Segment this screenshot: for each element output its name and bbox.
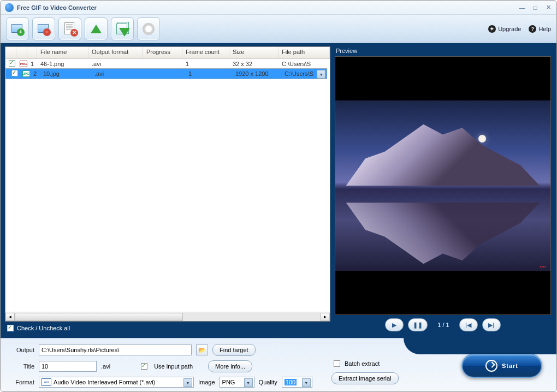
- col-format[interactable]: Output format: [88, 47, 143, 58]
- pause-button[interactable]: ❚❚: [408, 318, 428, 331]
- batch-extract-checkbox[interactable]: [334, 360, 340, 367]
- col-framecount[interactable]: Frame count: [182, 47, 229, 58]
- upgrade-link[interactable]: ✦Upgrade: [488, 25, 521, 33]
- upgrade-icon: ✦: [488, 25, 496, 33]
- start-button[interactable]: Start: [461, 354, 542, 378]
- table-row[interactable]: JPG 2 10.jpg .avi 1 1920 x 1200 C:\Users…: [5, 68, 327, 79]
- preview-pane: ▪▪▪▪: [335, 56, 551, 315]
- arrow-down-icon: [119, 28, 130, 37]
- quality-label: Quality: [259, 379, 277, 385]
- maximize-button[interactable]: □: [531, 4, 539, 11]
- move-up-button[interactable]: [85, 17, 108, 40]
- start-icon: [485, 360, 497, 372]
- output-path-input[interactable]: [39, 345, 192, 355]
- scroll-left-button[interactable]: ◄: [5, 313, 15, 321]
- format-select[interactable]: AVI Audio Video Interleaved Format (*.av…: [39, 377, 194, 388]
- minimize-button[interactable]: —: [518, 4, 526, 11]
- format-icon: AVI: [42, 378, 51, 386]
- file-type-icon: JPG: [22, 70, 30, 77]
- title-extension: .avi: [101, 363, 110, 370]
- preview-controls: ▶ ❚❚ 1 / 1 |◀ ▶|: [335, 315, 551, 335]
- toolbar: + − ✕ ✦Upgrade ?Help: [1, 15, 556, 43]
- title-label: Title: [8, 363, 34, 370]
- check-all-checkbox[interactable]: [7, 325, 14, 331]
- add-file-button[interactable]: +: [6, 17, 29, 40]
- batch-extract-label: Batch extract: [345, 360, 380, 367]
- settings-button[interactable]: [137, 17, 160, 40]
- next-frame-button[interactable]: ▶|: [482, 318, 501, 331]
- check-all-label: Check / Uncheck all: [17, 325, 70, 331]
- col-filename[interactable]: File name: [37, 47, 88, 58]
- frame-counter: 1 / 1: [432, 322, 454, 328]
- help-icon: ?: [529, 25, 536, 33]
- table-row[interactable]: PNG 1 46-1.png .avi 1 32 x 32 C:\Users\S: [5, 59, 330, 68]
- remove-file-button[interactable]: −: [32, 17, 55, 40]
- prev-frame-button[interactable]: |◀: [459, 318, 478, 331]
- watermark: ▪▪▪▪: [540, 264, 546, 269]
- close-button[interactable]: ✕: [544, 4, 552, 11]
- use-input-path-checkbox[interactable]: [141, 363, 147, 370]
- move-down-button[interactable]: [111, 17, 134, 40]
- file-list: File name Output format Progress Frame c…: [5, 46, 330, 322]
- browse-output-button[interactable]: 📂: [196, 345, 208, 355]
- col-size[interactable]: Size: [229, 47, 278, 58]
- horizontal-scrollbar[interactable]: ◄ ►: [5, 312, 330, 321]
- col-filepath[interactable]: File path: [278, 47, 330, 58]
- image-label: Image: [198, 379, 215, 385]
- scroll-right-button[interactable]: ►: [321, 313, 330, 321]
- app-title: Free GIF to Video Converter: [17, 4, 518, 11]
- arrow-up-icon: [91, 25, 102, 33]
- col-progress[interactable]: Progress: [143, 47, 182, 58]
- use-input-path-label: Use input path: [154, 363, 193, 370]
- preview-label: Preview: [335, 46, 551, 56]
- extract-serial-button[interactable]: Extract image serial: [331, 372, 399, 384]
- output-label: Output: [8, 347, 34, 353]
- app-icon: [5, 3, 14, 12]
- more-info-button[interactable]: More info...: [208, 360, 252, 372]
- gear-icon: [143, 23, 155, 35]
- row-checkbox[interactable]: [11, 70, 18, 76]
- image-format-select[interactable]: PNG: [220, 377, 254, 388]
- title-bar: Free GIF to Video Converter — □ ✕: [1, 1, 556, 15]
- scroll-thumb[interactable]: [15, 313, 183, 321]
- title-input[interactable]: [39, 361, 97, 372]
- quality-select[interactable]: 100: [282, 377, 312, 388]
- find-target-button[interactable]: Find target: [212, 344, 256, 356]
- clear-list-button[interactable]: ✕: [58, 17, 81, 40]
- format-label: Format: [8, 379, 34, 385]
- row-checkbox[interactable]: [9, 60, 15, 67]
- play-button[interactable]: ▶: [385, 318, 404, 331]
- help-link[interactable]: ?Help: [529, 25, 551, 33]
- file-type-icon: PNG: [20, 61, 27, 67]
- preview-image: ▪▪▪▪: [335, 100, 550, 271]
- column-headers: File name Output format Progress Frame c…: [5, 47, 330, 59]
- bottom-panel: Output 📂 Find target Title .avi Use inpu…: [1, 338, 556, 391]
- folder-icon: 📂: [198, 347, 206, 354]
